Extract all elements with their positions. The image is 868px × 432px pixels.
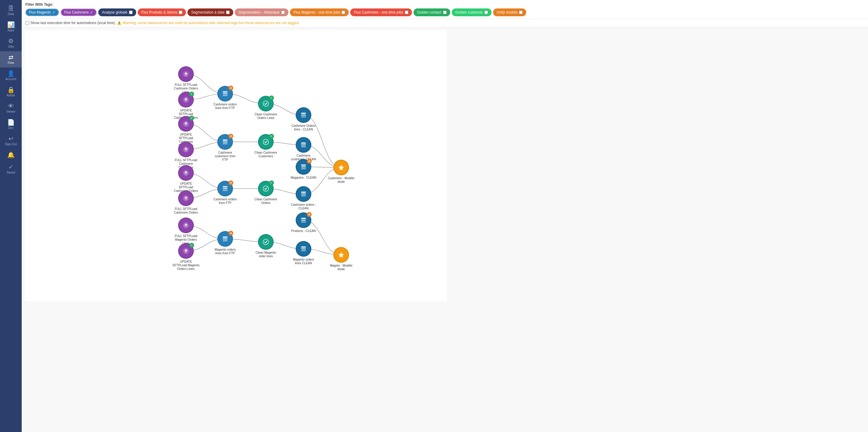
sidebar-item-signout[interactable]: ↩ Sign-Out	[0, 133, 22, 149]
sidebar-item-flow[interactable]: ⇄ Flow	[0, 51, 22, 67]
node-n19[interactable]: FULL SFTPLoad Magento Orders Lines	[173, 218, 199, 245]
svg-marker-31	[338, 165, 344, 170]
badge-orange-n16: ⏱	[307, 159, 312, 164]
node-n15[interactable]: Cashmere orders - CLEAN	[290, 186, 317, 210]
tag-analyse-globale[interactable]: Analyse globale	[98, 8, 136, 16]
node-n11[interactable]: UPDATE SFTPLoad Cashmere Orders	[173, 165, 199, 193]
node-circle-n18: ⏱	[296, 212, 311, 228]
tag-segmentation-date[interactable]: Segmentation à date	[187, 8, 233, 16]
node-circle-n19	[178, 218, 194, 233]
node-label-n17: Cashmère - Modèle étoile	[328, 176, 355, 184]
sidebar-item-data[interactable]: 🗄 Data	[0, 2, 22, 19]
svg-rect-12	[223, 139, 227, 141]
node-label-n23: Magento orders lines CLEAN	[290, 258, 317, 265]
node-circle-n11	[178, 165, 194, 181]
node-n21[interactable]: ⏱Magento orders lines from FTP	[212, 231, 239, 255]
account-icon: 👤	[7, 70, 15, 76]
sidebar-label-data: Data	[7, 12, 14, 16]
sidebar-item-notif[interactable]: 🔔	[0, 149, 22, 161]
node-label-n3: Cashmere orders lines from FTP	[212, 103, 239, 110]
sidebar-item-saved[interactable]: ✓ Saved	[0, 161, 22, 177]
svg-rect-28	[301, 165, 306, 166]
node-n5[interactable]: Cashmere Orders lines - CLEAN	[290, 107, 317, 131]
saved-icon: ✓	[8, 164, 13, 170]
node-n20[interactable]: ✓UPDATE SFTPLoad Magento Orders Lines	[173, 243, 199, 271]
svg-rect-16	[301, 142, 306, 144]
node-label-n24: Mageto - Modèle étoile	[328, 264, 355, 271]
node-circle-n17	[333, 160, 349, 175]
node-label-n22: Clean Magento order lines	[252, 251, 279, 258]
tag-golden-customer[interactable]: Golden customer	[452, 8, 492, 16]
node-circle-n3: ⏱	[217, 86, 233, 102]
svg-rect-38	[223, 238, 227, 239]
svg-rect-13	[223, 141, 227, 142]
svg-rect-29	[301, 166, 306, 167]
tag-flux-magento-onetime[interactable]: Flux Magento - one time jobs	[290, 8, 349, 16]
doc-icon: 📄	[7, 119, 15, 125]
node-n1[interactable]: FULL SFTPLoad Cashmere Orders Lines	[173, 66, 199, 94]
sidebar-item-viewer[interactable]: 👁 Viewer	[0, 100, 22, 116]
svg-rect-3	[223, 91, 227, 93]
node-n24[interactable]: Mageto - Modèle étoile	[328, 247, 355, 271]
node-n12[interactable]: FULL SFTPLoad Cashmere Orders	[173, 190, 199, 214]
node-label-n13: Cashmere orders from FTP	[212, 198, 239, 205]
node-label-n18: Products - CLEAN	[291, 229, 316, 233]
badge-green-n2: ✓	[189, 92, 194, 96]
node-n18[interactable]: ⏱Products - CLEAN	[290, 212, 317, 233]
tag-flux-cashmere-onetime[interactable]: Flux Cashmere - one time jobs	[350, 8, 412, 16]
sidebar-label-account: Account	[5, 77, 16, 81]
node-n13[interactable]: ⏱Cashmere orders from FTP	[212, 181, 239, 205]
canvas-area[interactable]: FULL SFTPLoad Cashmere Orders Lines✓UPDA…	[22, 27, 868, 432]
sidebar: 🗄 Data 📊 Apps ⚙ Jobs ⇄ Flow 👤 Account 🔒 …	[0, 0, 22, 432]
node-n22[interactable]: Clean Magento order lines	[252, 234, 279, 258]
badge-green-n6: ✓	[189, 116, 194, 121]
sidebar-item-apps[interactable]: 📊 Apps	[0, 19, 22, 35]
node-circle-n5	[296, 107, 311, 123]
node-circle-n24	[333, 247, 349, 263]
node-n4[interactable]: ✓Clean Cashmere Orders Lines	[252, 96, 279, 120]
node-n17[interactable]: Cashmère - Modèle étoile	[328, 160, 355, 184]
badge-orange-n13: ⏱	[228, 180, 233, 185]
node-circle-n2: ✓	[178, 92, 194, 107]
show-execution-label[interactable]: Show last execution time for automations…	[25, 21, 115, 25]
node-n23[interactable]: Magento orders lines CLEAN	[290, 241, 317, 265]
tag-unify-models[interactable]: Unify models	[493, 8, 526, 16]
signout-icon: ↩	[8, 136, 13, 142]
badge-orange-n8: ⏱	[228, 134, 233, 139]
node-n8[interactable]: ⏱Cashmere customers from FTP	[212, 134, 239, 162]
node-n9[interactable]: ✓Clean Cashmere Customers	[252, 134, 279, 158]
sidebar-item-jobs[interactable]: ⚙ Jobs	[0, 35, 22, 51]
svg-rect-23	[223, 190, 227, 191]
show-execution-checkbox[interactable]	[25, 21, 29, 25]
tag-segmentation-hist[interactable]: Segmentation - historique	[235, 8, 288, 16]
node-label-n15: Cashmere orders - CLEAN	[290, 203, 317, 210]
node-circle-n7	[178, 142, 194, 157]
sidebar-item-admin[interactable]: 🔒 Admin	[0, 84, 22, 100]
badge-green-n4: ✓	[269, 96, 274, 100]
svg-rect-41	[301, 246, 306, 247]
main-content: Filter With Tags:Flux Magento✓ Flux Cash…	[22, 0, 868, 432]
node-label-n9: Clean Cashmere Customers	[252, 151, 279, 158]
node-n3[interactable]: ⏱Cashmere orders lines from FTP	[212, 86, 239, 110]
sidebar-item-account[interactable]: 👤 Account	[0, 67, 22, 84]
svg-rect-17	[301, 144, 306, 145]
svg-rect-7	[301, 113, 306, 114]
node-n16[interactable]: ⏱Magasins - CLEAN	[290, 159, 317, 179]
node-n14[interactable]: ✓Clean Cashmere Orders	[252, 181, 279, 205]
tag-golden-contact[interactable]: Golden contact	[413, 8, 450, 16]
svg-rect-9	[301, 116, 306, 118]
badge-green-n14: ✓	[269, 180, 274, 185]
apps-icon: 📊	[7, 22, 15, 28]
tag-flux-magento[interactable]: Flux Magento✓	[25, 8, 59, 16]
svg-rect-43	[301, 250, 306, 251]
sidebar-label-viewer: Viewer	[6, 110, 16, 113]
svg-rect-37	[223, 236, 227, 238]
svg-rect-27	[301, 195, 306, 196]
tag-flux-cashmere[interactable]: Flux Cashmere✓	[61, 8, 97, 16]
node-circle-n8: ⏱	[217, 134, 233, 150]
svg-rect-25	[301, 192, 306, 193]
tag-flux-produits[interactable]: Flux Produits & Stores	[138, 8, 186, 16]
node-n10[interactable]: Cashmere customers-CLEAN	[290, 137, 317, 161]
sidebar-item-doc[interactable]: 📄 Doc	[0, 116, 22, 133]
filter-bar: Filter With Tags:Flux Magento✓ Flux Cash…	[22, 0, 868, 19]
